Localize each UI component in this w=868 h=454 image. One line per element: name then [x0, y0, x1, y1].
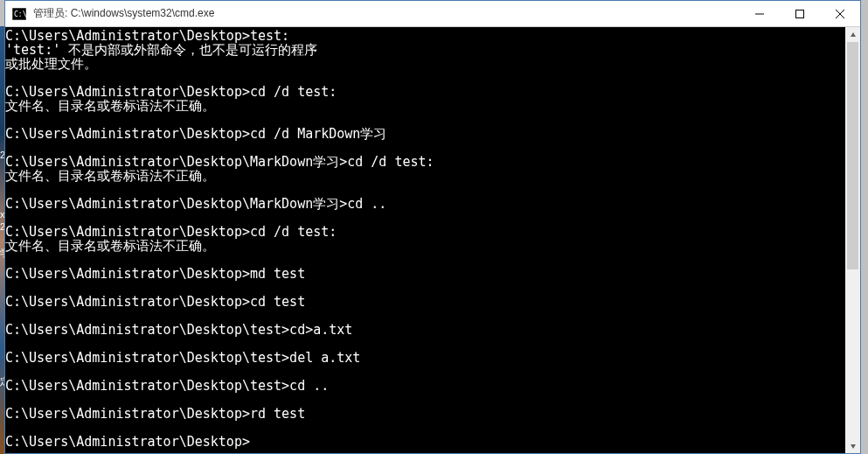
scroll-down-button[interactable]	[845, 438, 860, 453]
scroll-track[interactable]	[845, 42, 860, 438]
terminal-line	[5, 281, 845, 295]
terminal-line	[5, 337, 845, 351]
scroll-up-button[interactable]	[845, 27, 860, 42]
terminal-output[interactable]: C:\Users\Administrator\Desktop>test:'tes…	[5, 27, 845, 453]
terminal-line: C:\Users\Administrator\Desktop>test:	[5, 29, 845, 43]
terminal-line: C:\Users\Administrator\Desktop\MarkDown学…	[5, 197, 845, 211]
terminal-line: C:\Users\Administrator\Desktop>cd /d tes…	[5, 225, 845, 239]
cmd-icon: C:\	[10, 7, 28, 21]
terminal-line: 文件名、目录名或卷标语法不正确。	[5, 169, 845, 183]
close-button[interactable]	[820, 1, 860, 26]
terminal-line	[5, 141, 845, 155]
terminal-line: C:\Users\Administrator\Desktop>rd test	[5, 407, 845, 421]
svg-marker-6	[851, 32, 856, 37]
terminal-line: C:\Users\Administrator\Desktop\MarkDown学…	[5, 155, 845, 169]
terminal-line: C:\Users\Administrator\Desktop\test>cd>a…	[5, 323, 845, 337]
svg-marker-7	[851, 444, 856, 449]
terminal-container: C:\Users\Administrator\Desktop>test:'tes…	[5, 27, 860, 453]
maximize-button[interactable]	[780, 1, 820, 26]
terminal-line: C:\Users\Administrator\Desktop\test>cd .…	[5, 379, 845, 393]
terminal-line	[5, 421, 845, 435]
window-controls	[740, 1, 860, 26]
window-title: 管理员: C:\windows\system32\cmd.exe	[33, 6, 740, 21]
terminal-line: 文件名、目录名或卷标语法不正确。	[5, 239, 845, 253]
terminal-line: C:\Users\Administrator\Desktop\test>del …	[5, 351, 845, 365]
terminal-line	[5, 393, 845, 407]
terminal-line: 或批处理文件。	[5, 57, 845, 71]
terminal-line	[5, 211, 845, 225]
terminal-line	[5, 183, 845, 197]
terminal-line: C:\Users\Administrator\Desktop>	[5, 435, 845, 449]
terminal-line	[5, 309, 845, 323]
terminal-line: C:\Users\Administrator\Desktop>cd /d Mar…	[5, 127, 845, 141]
svg-text:C:\: C:\	[14, 10, 26, 18]
terminal-line: 文件名、目录名或卷标语法不正确。	[5, 99, 845, 113]
terminal-line	[5, 71, 845, 85]
minimize-button[interactable]	[740, 1, 780, 26]
cmd-window: C:\ 管理员: C:\windows\system32\cmd.exe C:\…	[4, 0, 861, 454]
terminal-line	[5, 113, 845, 127]
scrollbar[interactable]	[845, 27, 860, 453]
terminal-line	[5, 253, 845, 267]
terminal-line: C:\Users\Administrator\Desktop>cd test	[5, 295, 845, 309]
terminal-line	[5, 365, 845, 379]
titlebar[interactable]: C:\ 管理员: C:\windows\system32\cmd.exe	[5, 1, 860, 27]
terminal-line: C:\Users\Administrator\Desktop>cd /d tes…	[5, 85, 845, 99]
terminal-line: C:\Users\Administrator\Desktop>md test	[5, 267, 845, 281]
terminal-line: 'test:' 不是内部或外部命令，也不是可运行的程序	[5, 43, 845, 57]
scroll-thumb[interactable]	[847, 42, 858, 269]
svg-rect-3	[796, 10, 804, 17]
